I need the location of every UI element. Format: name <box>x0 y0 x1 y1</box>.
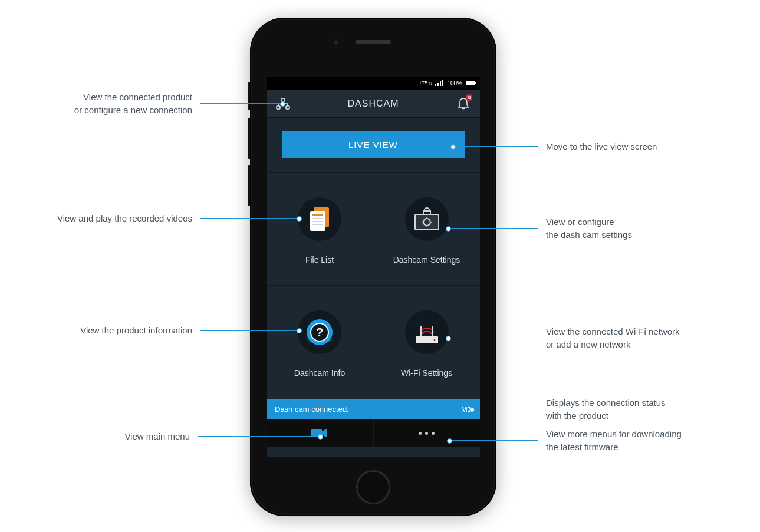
callout-connection: View the connected productor configure a… <box>0 91 283 117</box>
svg-point-12 <box>425 208 429 212</box>
file-list-icon <box>298 197 341 241</box>
more-icon <box>419 432 435 435</box>
tile-label: Wi-Fi Settings <box>401 368 452 378</box>
tile-label: Dashcam Settings <box>393 255 460 265</box>
app-header: DASHCAM N <box>267 90 480 118</box>
live-view-button[interactable]: LIVE VIEW <box>282 131 465 158</box>
battery-percent: 100% <box>447 80 462 87</box>
network-type: LTE <box>420 81 427 85</box>
dashcam-settings-icon <box>405 197 449 241</box>
notifications-button[interactable]: N <box>455 95 472 112</box>
home-grid: File List Dashcam Settings <box>267 173 480 399</box>
info-icon: ? <box>298 310 341 354</box>
svg-rect-9 <box>415 214 439 230</box>
app-title: DASHCAM <box>347 98 399 109</box>
connection-status-bar: Dash cam connected. M1 <box>267 399 480 419</box>
wifi-router-icon <box>405 310 449 354</box>
tile-dashcam-info[interactable]: ? Dashcam Info <box>267 286 373 399</box>
svg-rect-8 <box>312 224 323 225</box>
svg-rect-6 <box>312 218 323 219</box>
tile-label: Dashcam Info <box>294 368 345 378</box>
screen: LTE ↑↓ 100% D <box>267 77 480 457</box>
callout-live-view: Move to the live view screen <box>453 140 712 153</box>
callout-main-menu: View main menu <box>0 430 321 443</box>
svg-rect-5 <box>312 214 323 216</box>
callout-more: View more menus for downloadingthe lates… <box>449 428 732 454</box>
front-camera <box>333 39 339 45</box>
svg-rect-2 <box>286 106 289 109</box>
connection-status-text: Dash cam connected. <box>275 405 349 414</box>
svg-rect-7 <box>312 221 323 222</box>
status-bar: LTE ↑↓ 100% <box>267 77 480 90</box>
tile-file-list[interactable]: File List <box>267 173 373 286</box>
data-arrows-icon: ↑↓ <box>428 81 432 86</box>
notification-badge: N <box>466 94 472 101</box>
callout-info: View the product information <box>0 324 300 337</box>
callout-conn-status: Displays the connection statuswith the p… <box>472 396 731 422</box>
tile-label: File List <box>305 255 334 265</box>
speaker-grill <box>356 40 391 44</box>
callout-settings: View or configurethe dash cam settings <box>448 216 708 242</box>
home-button[interactable] <box>356 470 390 504</box>
svg-rect-18 <box>432 326 433 336</box>
svg-text:?: ? <box>316 326 323 339</box>
callout-wifi: View the connected Wi-Fi networkor add a… <box>448 325 708 351</box>
live-view-row: LIVE VIEW <box>267 118 480 173</box>
callout-file-list: View and play the recorded videos <box>0 212 300 225</box>
svg-rect-17 <box>420 326 422 336</box>
svg-point-19 <box>433 339 435 341</box>
battery-icon <box>466 81 475 85</box>
signal-icon <box>435 80 443 86</box>
